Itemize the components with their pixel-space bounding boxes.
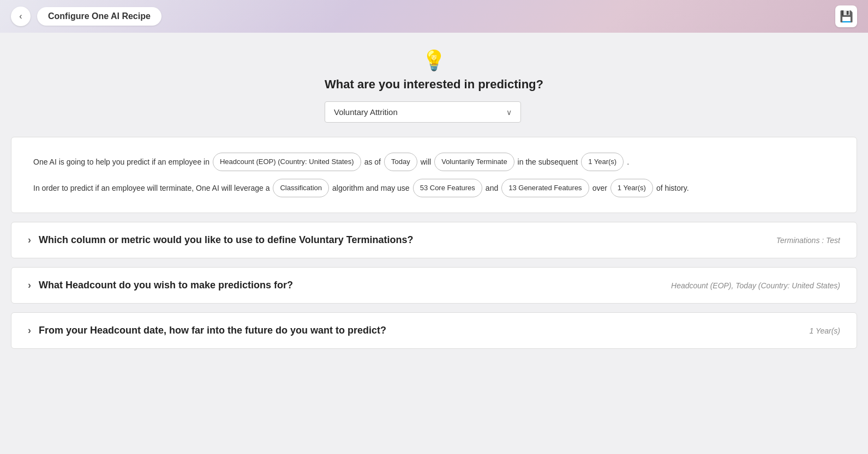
info-line2-mid2: and xyxy=(486,180,498,196)
info-line1-prefix: One AI is going to help you predict if a… xyxy=(33,154,209,170)
info-line2-suffix: of history. xyxy=(656,180,689,196)
header: ‹ Configure One AI Recipe 💾 xyxy=(0,0,868,33)
info-line1-mid2: will xyxy=(421,154,431,170)
section-right-voluntary-terminations: Terminations : Test xyxy=(776,236,840,245)
section-right-headcount: Headcount (EOP), Today (Country: United … xyxy=(671,281,840,290)
section-left-future-predict: ›From your Headcount date, how far into … xyxy=(28,325,386,336)
generated-features-pill[interactable]: 13 Generated Features xyxy=(501,179,589,197)
chevron-down-icon: ∨ xyxy=(506,108,512,117)
voluntarily-terminate-pill[interactable]: Voluntarily Terminate xyxy=(434,153,514,171)
back-icon: ‹ xyxy=(19,11,22,21)
section-card-headcount[interactable]: ›What Headcount do you wish to make pred… xyxy=(11,267,857,304)
header-left: ‹ Configure One AI Recipe xyxy=(11,7,161,26)
headcount-pill[interactable]: Headcount (EOP) (Country: United States) xyxy=(213,153,361,171)
info-line-1: One AI is going to help you predict if a… xyxy=(33,153,835,171)
section-right-future-predict: 1 Year(s) xyxy=(809,326,840,335)
hero-section: 💡 What are you interested in predicting?… xyxy=(325,49,543,123)
section-left-headcount: ›What Headcount do you wish to make pred… xyxy=(28,280,293,291)
save-button[interactable]: 💾 xyxy=(835,5,857,27)
info-card: One AI is going to help you predict if a… xyxy=(11,137,857,213)
hero-title: What are you interested in predicting? xyxy=(325,77,543,92)
section-card-voluntary-terminations[interactable]: ›Which column or metric would you like t… xyxy=(11,222,857,258)
info-line-2: In order to predict if an employee will … xyxy=(33,179,835,197)
chevron-right-icon-headcount: › xyxy=(28,280,31,291)
section-title-voluntary-terminations: Which column or metric would you like to… xyxy=(39,234,413,246)
chevron-right-icon-future-predict: › xyxy=(28,325,31,336)
core-features-pill[interactable]: 53 Core Features xyxy=(413,179,482,197)
info-line2-mid3: over xyxy=(592,180,607,196)
section-left-voluntary-terminations: ›Which column or metric would you like t… xyxy=(28,234,413,246)
info-line1-suffix: . xyxy=(627,154,629,170)
years-pill[interactable]: 1 Year(s) xyxy=(581,153,624,171)
page-title: Configure One AI Recipe xyxy=(37,7,161,26)
section-title-future-predict: From your Headcount date, how far into t… xyxy=(39,325,386,336)
info-line1-mid1: as of xyxy=(364,154,381,170)
save-icon: 💾 xyxy=(840,10,853,23)
chevron-right-icon-voluntary-terminations: › xyxy=(28,234,31,246)
today-pill[interactable]: Today xyxy=(384,153,417,171)
classification-pill[interactable]: Classification xyxy=(273,179,329,197)
back-button[interactable]: ‹ xyxy=(11,7,31,26)
history-years-pill[interactable]: 1 Year(s) xyxy=(610,179,653,197)
dropdown-value: Voluntary Attrition xyxy=(334,107,398,117)
info-line1-mid3: in the subsequent xyxy=(518,154,578,170)
section-card-future-predict[interactable]: ›From your Headcount date, how far into … xyxy=(11,312,857,349)
info-line2-mid1: algorithm and may use xyxy=(332,180,410,196)
info-line2-prefix: In order to predict if an employee will … xyxy=(33,180,270,196)
main-content: 💡 What are you interested in predicting?… xyxy=(0,33,868,454)
prediction-dropdown[interactable]: Voluntary Attrition ∨ xyxy=(325,101,521,123)
lightbulb-icon: 💡 xyxy=(325,49,543,72)
section-title-headcount: What Headcount do you wish to make predi… xyxy=(39,280,293,291)
